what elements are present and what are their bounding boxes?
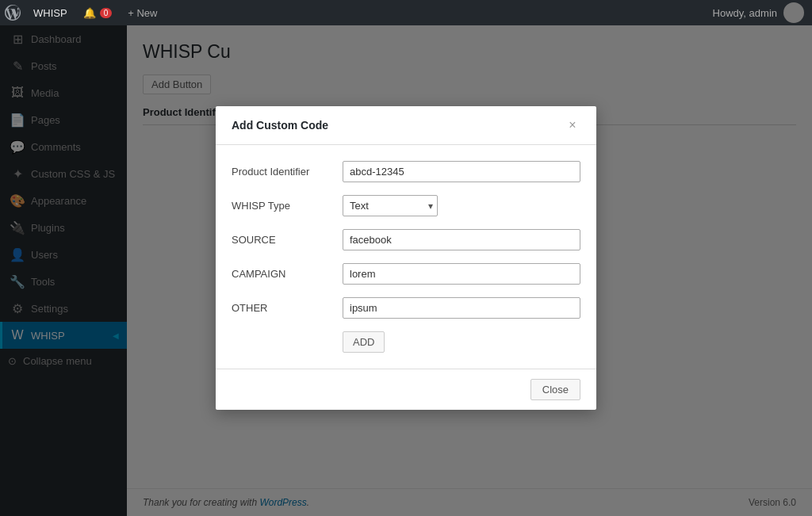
notification-count: 0: [100, 8, 113, 18]
other-row: OTHER: [232, 297, 580, 319]
close-button[interactable]: Close: [530, 379, 580, 400]
source-input[interactable]: [343, 229, 580, 250]
modal-body: Product Identifier WHISP Type Text Image…: [216, 145, 596, 369]
product-identifier-row: Product Identifier: [232, 161, 580, 182]
other-label: OTHER: [232, 302, 343, 314]
product-identifier-input[interactable]: [343, 161, 580, 182]
whisp-type-row: WHISP Type Text Image Button: [232, 195, 580, 216]
whisp-type-label: WHISP Type: [232, 200, 343, 212]
whisp-type-select[interactable]: Text Image Button: [343, 195, 438, 216]
admin-bar-site[interactable]: WHISP: [25, 0, 75, 25]
modal-close-button[interactable]: ×: [565, 117, 580, 133]
campaign-row: CAMPAIGN: [232, 263, 580, 285]
admin-bar: WHISP 🔔 0 + New Howdy, admin: [0, 0, 812, 25]
whisp-type-select-wrapper: Text Image Button: [343, 195, 438, 216]
modal-footer: Close: [216, 369, 596, 410]
source-label: SOURCE: [232, 234, 343, 246]
notification-icon: 🔔: [83, 7, 96, 19]
add-code-button[interactable]: ADD: [343, 331, 385, 353]
admin-bar-new[interactable]: + New: [120, 0, 165, 25]
admin-bar-right: Howdy, admin: [713, 2, 812, 23]
admin-bar-notifications[interactable]: 🔔 0: [75, 0, 121, 25]
modal-title: Add Custom Code: [232, 119, 328, 132]
modal-header: Add Custom Code ×: [216, 106, 596, 145]
modal: Add Custom Code × Product Identifier WHI…: [216, 106, 596, 410]
campaign-label: CAMPAIGN: [232, 268, 343, 280]
source-row: SOURCE: [232, 229, 580, 250]
campaign-input[interactable]: [343, 263, 580, 285]
other-input[interactable]: [343, 297, 580, 319]
wp-logo[interactable]: [0, 0, 25, 25]
howdy-text: Howdy, admin: [713, 7, 777, 19]
site-name: WHISP: [33, 7, 67, 19]
avatar: [783, 2, 804, 23]
admin-bar-items: WHISP 🔔 0 + New: [25, 0, 713, 25]
new-label: + New: [128, 7, 157, 19]
modal-overlay: Add Custom Code × Product Identifier WHI…: [0, 0, 812, 516]
product-identifier-label: Product Identifier: [232, 166, 343, 178]
